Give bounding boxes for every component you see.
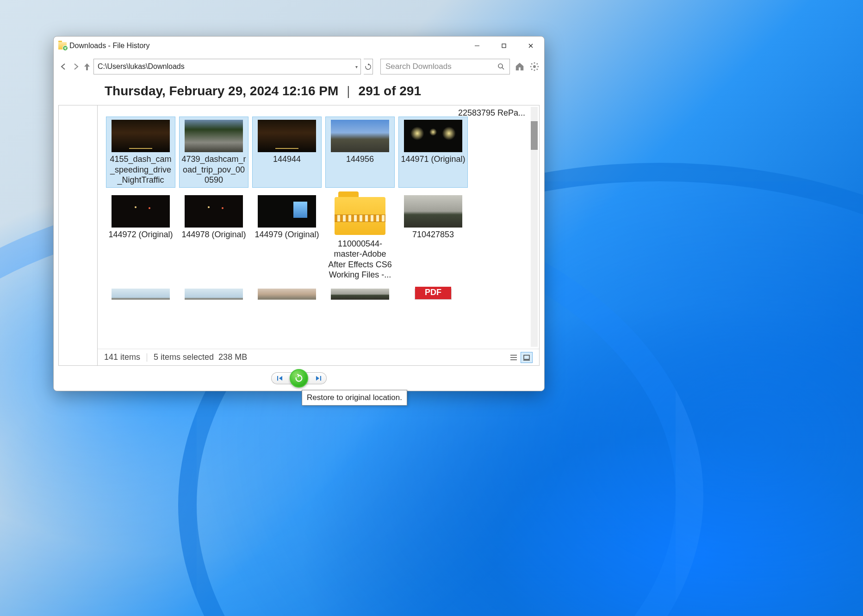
file-thumbnail bbox=[331, 195, 389, 237]
file-thumbnail bbox=[185, 120, 243, 152]
file-thumbnail bbox=[185, 289, 243, 300]
file-thumbnail bbox=[258, 195, 316, 228]
file-label: 144971 (Original) bbox=[400, 154, 466, 165]
thumbnail-view-button[interactable] bbox=[521, 352, 533, 363]
file-label: 144978 (Original) bbox=[180, 229, 247, 240]
content-pane[interactable]: 22583795 RePa... 4155_dash_cam_speeding_… bbox=[97, 105, 540, 366]
toolbar: C:\Users\lukas\Downloads ▾ bbox=[54, 55, 544, 78]
file-thumbnail bbox=[331, 120, 389, 152]
file-label: 110000544-master-Adobe After Effects CS6… bbox=[326, 239, 394, 280]
vertical-scrollbar[interactable] bbox=[531, 107, 538, 347]
item-count: 141 items bbox=[104, 352, 140, 362]
status-bar: 141 items 5 items selected 238 MB bbox=[98, 349, 539, 365]
snapshot-header: Thursday, February 29, 2024 12:16 PM | 2… bbox=[54, 78, 544, 105]
search-box[interactable] bbox=[380, 59, 510, 74]
file-thumbnail bbox=[112, 289, 170, 300]
list-view-button[interactable] bbox=[508, 352, 520, 363]
window-title: Downloads - File History bbox=[69, 42, 149, 50]
file-item[interactable] bbox=[179, 287, 248, 303]
file-item[interactable] bbox=[398, 287, 468, 303]
file-item[interactable] bbox=[325, 287, 395, 303]
next-version-button[interactable] bbox=[305, 372, 327, 384]
navigation-pane[interactable] bbox=[58, 105, 97, 366]
file-label: 144979 (Original) bbox=[254, 229, 320, 240]
search-input[interactable] bbox=[385, 62, 497, 71]
chevron-down-icon[interactable]: ▾ bbox=[355, 64, 358, 69]
maximize-button[interactable] bbox=[490, 37, 517, 55]
svg-point-4 bbox=[498, 64, 503, 68]
restore-tooltip: Restore to original location. bbox=[302, 390, 407, 406]
svg-rect-13 bbox=[320, 376, 321, 381]
address-bar[interactable]: C:\Users\lukas\Downloads ▾ bbox=[93, 59, 361, 74]
up-button[interactable] bbox=[83, 60, 91, 74]
home-button[interactable] bbox=[515, 61, 525, 73]
back-button[interactable] bbox=[58, 60, 68, 74]
file-item[interactable]: 110000544-master-Adobe After Effects CS6… bbox=[325, 192, 395, 282]
file-label: 710427853 bbox=[411, 229, 455, 240]
file-label: 144956 bbox=[345, 154, 375, 165]
file-item[interactable]: 4739_dashcam_road_trip_pov_000590 bbox=[179, 117, 248, 188]
file-label: 4739_dashcam_road_trip_pov_000590 bbox=[180, 154, 247, 185]
close-button[interactable] bbox=[517, 37, 544, 55]
file-item[interactable]: 4155_dash_cam_speeding_drive_NightTraffi… bbox=[106, 117, 175, 188]
file-thumbnail bbox=[185, 195, 243, 228]
svg-rect-12 bbox=[277, 376, 278, 381]
file-label: 144972 (Original) bbox=[107, 229, 174, 240]
file-thumbnail bbox=[258, 120, 316, 152]
file-item[interactable]: 144979 (Original) bbox=[252, 192, 322, 282]
snapshot-timestamp: Thursday, February 29, 2024 12:16 PM bbox=[105, 84, 338, 99]
file-item[interactable] bbox=[252, 287, 322, 303]
svg-point-6 bbox=[533, 65, 536, 68]
restore-button[interactable] bbox=[290, 369, 308, 388]
titlebar[interactable]: Downloads - File History bbox=[54, 37, 544, 55]
file-item[interactable]: 144978 (Original) bbox=[179, 192, 248, 282]
zip-folder-icon bbox=[335, 197, 385, 235]
file-item[interactable]: 144971 (Original) bbox=[398, 117, 468, 188]
file-item[interactable] bbox=[106, 287, 175, 303]
file-label: 144944 bbox=[272, 154, 302, 165]
scroll-thumb[interactable] bbox=[531, 121, 538, 150]
folder-history-icon bbox=[58, 42, 67, 49]
items-grid: 4155_dash_cam_speeding_drive_NightTraffi… bbox=[106, 117, 527, 303]
file-label: 4155_dash_cam_speeding_drive_NightTraffi… bbox=[107, 154, 174, 185]
svg-rect-10 bbox=[524, 355, 529, 359]
history-controls bbox=[54, 366, 544, 391]
file-history-window: Downloads - File History C:\Users\lukas\… bbox=[53, 36, 545, 391]
file-thumbnail bbox=[404, 120, 462, 152]
file-thumbnail bbox=[404, 195, 462, 228]
address-text: C:\Users\lukas\Downloads bbox=[98, 62, 185, 71]
file-item[interactable]: 710427853 bbox=[398, 192, 468, 282]
file-item[interactable]: 144944 bbox=[252, 117, 322, 188]
refresh-button[interactable] bbox=[364, 59, 373, 74]
selection-size: 238 MB bbox=[218, 352, 247, 362]
forward-button[interactable] bbox=[71, 60, 81, 74]
file-thumbnail bbox=[112, 195, 170, 228]
search-icon bbox=[497, 63, 505, 70]
file-item[interactable]: 144956 bbox=[325, 117, 395, 188]
svg-line-5 bbox=[502, 68, 504, 69]
settings-button[interactable] bbox=[529, 61, 540, 73]
svg-rect-1 bbox=[502, 44, 506, 48]
file-thumbnail bbox=[415, 289, 452, 300]
file-item[interactable]: 144972 (Original) bbox=[106, 192, 175, 282]
window-controls bbox=[464, 37, 544, 55]
minimize-button[interactable] bbox=[464, 37, 490, 55]
snapshot-position: 291 of 291 bbox=[359, 84, 421, 99]
file-thumbnail bbox=[331, 289, 389, 300]
separator bbox=[147, 353, 147, 362]
file-thumbnail bbox=[258, 289, 316, 300]
selection-count: 5 items selected bbox=[154, 352, 214, 362]
file-thumbnail bbox=[112, 120, 170, 152]
separator: | bbox=[347, 84, 350, 99]
